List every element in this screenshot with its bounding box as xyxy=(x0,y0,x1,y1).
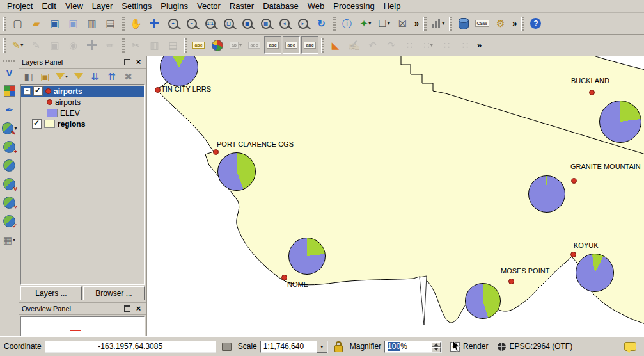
move-label-button[interactable]: abc xyxy=(301,36,318,54)
toolbar-grip[interactable] xyxy=(521,17,524,31)
deselect-features-button[interactable]: ☒ xyxy=(394,15,411,32)
layers-panel-float-button[interactable] xyxy=(122,58,132,67)
diagram-overlay-button[interactable]: ◣ xyxy=(327,36,344,54)
select-features-button[interactable]: ☐▾ xyxy=(375,15,393,32)
overview-panel-close-button[interactable] xyxy=(134,304,143,313)
plugin-tool-1-button[interactable]: ∷ xyxy=(401,36,418,54)
plugin-tool-2-button[interactable]: ∷▾ xyxy=(420,36,437,54)
zoom-native-button[interactable]: 1:1 xyxy=(201,15,219,32)
toolbar-grip[interactable] xyxy=(122,17,125,31)
redo-button[interactable]: ↷ xyxy=(382,36,400,54)
toolbar-grip[interactable] xyxy=(3,60,16,62)
menu-processing[interactable]: Processing xyxy=(329,0,379,12)
toolbar-grip[interactable] xyxy=(333,17,336,31)
menu-project[interactable]: Project xyxy=(3,0,37,12)
coordinate-input[interactable] xyxy=(45,341,216,353)
identify-features-button[interactable]: ⓘ xyxy=(338,15,356,32)
plugin-tool-4-button[interactable]: ∷ xyxy=(457,36,474,54)
csw-search-button[interactable]: CSW xyxy=(473,15,491,32)
menu-vector[interactable]: Vector xyxy=(192,0,225,12)
layer-tree[interactable]: −airportsairportsELEVregions xyxy=(20,84,145,285)
open-project-button[interactable]: ▰ xyxy=(27,15,45,32)
move-feature-button[interactable] xyxy=(83,36,100,54)
menu-layer[interactable]: Layer xyxy=(88,0,118,12)
map-canvas[interactable]: TIN CITY LRRSBUCKLANDPORT CLARENCE CGSGR… xyxy=(147,56,644,336)
spin-down-icon[interactable] xyxy=(432,347,441,352)
zoom-selection-button[interactable]: ▩ xyxy=(239,15,256,32)
zoom-layer-button[interactable]: ▤ xyxy=(257,15,274,32)
dropdown-arrow-icon[interactable]: ▾ xyxy=(442,20,444,26)
scale-combobox[interactable]: 1:1,746,640 xyxy=(260,341,328,353)
toolbar-grip[interactable] xyxy=(321,38,324,53)
add-group-button[interactable]: ▣ xyxy=(38,69,52,84)
layer-row-regions[interactable]: regions xyxy=(21,118,144,129)
dropdown-arrow-icon[interactable]: ▾ xyxy=(65,74,68,79)
show-hide-labels-button[interactable]: abc xyxy=(283,36,300,54)
menu-web[interactable]: Web xyxy=(303,0,329,12)
add-feature-button[interactable]: ◉ xyxy=(65,36,82,54)
save-project-as-button[interactable]: ▣ xyxy=(65,15,82,32)
filter-by-expression-button[interactable] xyxy=(71,69,86,84)
toolbar-grip[interactable] xyxy=(449,17,452,31)
open-layer-styling-button[interactable]: ◧ xyxy=(21,69,36,84)
toolbar-grip[interactable] xyxy=(122,38,125,53)
expand-all-button[interactable]: ⇊ xyxy=(88,69,102,84)
toolbar-grip[interactable] xyxy=(3,17,6,31)
dropdown-arrow-icon[interactable]: ▾ xyxy=(239,42,242,48)
zoom-last-button[interactable]: ◂ xyxy=(276,15,293,32)
help-contents-button[interactable]: ? xyxy=(527,15,544,32)
paste-features-button[interactable]: ▤ xyxy=(164,36,182,54)
layer-row-airports[interactable]: airports xyxy=(21,97,144,108)
toolbar-grip[interactable] xyxy=(3,38,6,53)
lock-scale-button[interactable] xyxy=(332,339,346,353)
add-mssql-layer-button[interactable] xyxy=(1,157,18,174)
current-edits-button[interactable]: ✎▾ xyxy=(9,36,26,54)
add-wms-layer-button[interactable]: ? xyxy=(1,194,18,211)
menu-view[interactable]: View xyxy=(61,0,88,12)
composer-manager-button[interactable]: ▤ xyxy=(102,15,119,32)
toolbar-overflow-button[interactable]: » xyxy=(510,19,519,28)
new-project-button[interactable]: ▢ xyxy=(9,15,26,32)
add-oracle-layer-button[interactable]: V xyxy=(1,175,18,192)
plugin-tool-3-button[interactable]: ∷ xyxy=(438,36,455,54)
save-layer-edits-button[interactable]: ▣ xyxy=(46,36,63,54)
new-composer-button[interactable]: ▥ xyxy=(83,15,100,32)
zoom-next-button[interactable]: ▸ xyxy=(294,15,311,32)
dropdown-arrow-icon[interactable]: ▾ xyxy=(13,237,15,243)
layer-visibility-checkbox[interactable] xyxy=(33,86,43,96)
menu-plugins[interactable]: Plugins xyxy=(156,0,192,12)
render-checkbox[interactable] xyxy=(450,342,460,352)
processing-options-button[interactable]: ⚙ xyxy=(492,15,509,32)
toolbar-overflow-button[interactable]: » xyxy=(412,19,421,28)
layers-panel-close-button[interactable] xyxy=(134,58,143,67)
pin-labels-button[interactable]: abc xyxy=(264,36,281,54)
menu-help[interactable]: Help xyxy=(379,0,405,12)
menu-settings[interactable]: Settings xyxy=(117,0,156,12)
layer-row-airports[interactable]: −airports xyxy=(21,86,144,97)
new-shapefile-layer-button[interactable]: ✎▾ xyxy=(1,120,18,136)
overview-map[interactable] xyxy=(20,316,145,337)
collapse-all-button[interactable]: ⇈ xyxy=(104,69,119,84)
layer-row-elev[interactable]: ELEV xyxy=(21,108,144,118)
add-postgis-layer-button[interactable]: + xyxy=(1,138,18,155)
add-vector-layer-button[interactable]: V xyxy=(1,64,18,81)
copy-features-button[interactable]: ▥ xyxy=(146,36,163,54)
zoom-out-button[interactable]: − xyxy=(183,15,200,32)
pan-map-button[interactable] xyxy=(146,15,163,32)
menu-edit[interactable]: Edit xyxy=(37,0,60,12)
overview-panel-float-button[interactable] xyxy=(122,304,132,313)
toolbar-overflow-button[interactable]: » xyxy=(475,40,484,50)
layer-diagrams-button[interactable] xyxy=(208,36,226,54)
dropdown-arrow-icon[interactable]: ▾ xyxy=(388,20,390,26)
add-delimited-text-layer-button[interactable]: ▦▾ xyxy=(1,231,18,248)
zoom-in-button[interactable]: + xyxy=(164,15,182,32)
layer-visibility-checkbox[interactable] xyxy=(32,119,42,129)
save-project-button[interactable]: ▣ xyxy=(46,15,63,32)
menu-raster[interactable]: Raster xyxy=(225,0,258,12)
menu-database[interactable]: Database xyxy=(258,0,303,12)
show-statistics-button[interactable]: ▾ xyxy=(429,15,446,32)
toolbar-grip[interactable] xyxy=(423,17,427,31)
toolbar-grip[interactable] xyxy=(184,38,187,53)
filter-legend-button[interactable]: ▾ xyxy=(54,69,69,84)
zoom-full-button[interactable]: ▢ xyxy=(220,15,237,32)
